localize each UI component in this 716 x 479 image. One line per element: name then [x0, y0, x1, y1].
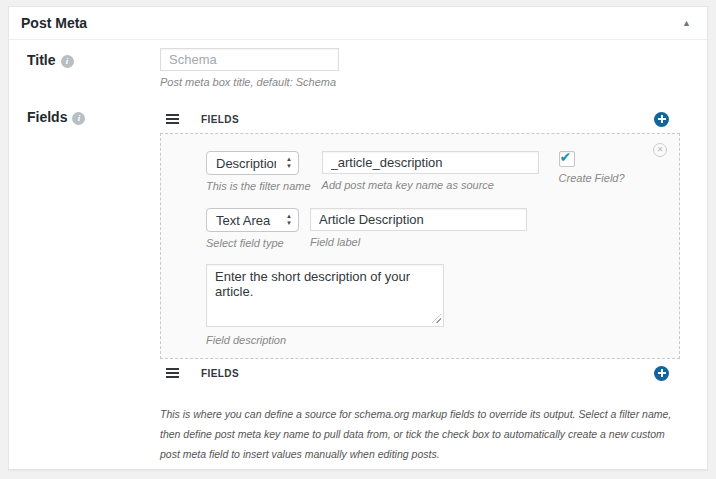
- title-label: Titlei: [19, 48, 160, 88]
- panel-header: Post Meta ▲: [9, 7, 707, 40]
- create-field-label: Create Field?: [559, 172, 625, 184]
- field-repeater-item: ✕ Description ▲▼: [160, 133, 680, 359]
- info-icon: i: [72, 112, 85, 125]
- type-label-row: Text Area ▲▼ Select field type Field lab…: [206, 208, 679, 249]
- title-row: Titlei Post meta box title, default: Sch…: [19, 48, 695, 88]
- field-type-select[interactable]: Text Area: [206, 208, 299, 232]
- title-input[interactable]: [160, 48, 339, 71]
- fields-repeater-footer: FIELDS: [160, 359, 680, 387]
- type-select-help: Select field type: [206, 237, 299, 249]
- fields-row: Fieldsi FIELDS ✕: [19, 105, 695, 464]
- type-select-group: Text Area ▲▼ Select field type: [206, 208, 299, 249]
- collapse-toggle-icon[interactable]: ▲: [678, 15, 695, 32]
- field-description-help: Field description: [206, 334, 679, 346]
- remove-field-icon[interactable]: ✕: [653, 143, 667, 157]
- fields-label: Fieldsi: [19, 105, 160, 464]
- meta-key-input[interactable]: [322, 151, 539, 174]
- field-description-textarea[interactable]: Enter the short description of your arti…: [206, 264, 444, 327]
- meta-key-help: Add post meta key name as source: [322, 179, 539, 191]
- post-meta-panel: Post Meta ▲ Titlei Post meta box title, …: [8, 6, 708, 470]
- type-select-wrap: Text Area ▲▼: [206, 208, 299, 232]
- title-row-content: Post meta box title, default: Schema: [160, 48, 680, 88]
- field-label-group: Field label: [310, 208, 527, 248]
- panel-title: Post Meta: [21, 15, 87, 31]
- filter-name-select[interactable]: Description: [206, 151, 299, 175]
- filter-select-help: This is the filter name: [206, 180, 311, 192]
- create-field-group: ✔ Create Field?: [559, 151, 625, 184]
- fields-repeater-header: FIELDS: [160, 105, 680, 133]
- field-description-group: Enter the short description of your arti…: [206, 264, 444, 327]
- section-description: This is where you can define a source fo…: [160, 404, 676, 464]
- title-help-text: Post meta box title, default: Schema: [160, 76, 680, 88]
- checkmark-icon: ✔: [560, 149, 572, 165]
- drag-handle-icon[interactable]: [166, 368, 179, 378]
- fields-row-content: FIELDS ✕ Description: [160, 105, 680, 464]
- add-field-icon[interactable]: [654, 112, 669, 127]
- filter-meta-row: Description ▲▼ This is the filter name A…: [206, 151, 679, 192]
- create-field-checkbox[interactable]: ✔: [559, 151, 575, 167]
- fields-bar-label: FIELDS: [201, 114, 239, 125]
- fields-bar-label: FIELDS: [201, 368, 239, 379]
- filter-select-group: Description ▲▼ This is the filter name: [206, 151, 311, 192]
- field-label-input[interactable]: [310, 208, 527, 231]
- panel-body: Titlei Post meta box title, default: Sch…: [9, 40, 707, 464]
- info-icon: i: [61, 55, 74, 68]
- field-label-help: Field label: [310, 236, 527, 248]
- add-field-icon[interactable]: [654, 366, 669, 381]
- meta-key-group: Add post meta key name as source: [322, 151, 539, 191]
- filter-select-wrap: Description ▲▼: [206, 151, 299, 175]
- drag-handle-icon[interactable]: [166, 114, 179, 124]
